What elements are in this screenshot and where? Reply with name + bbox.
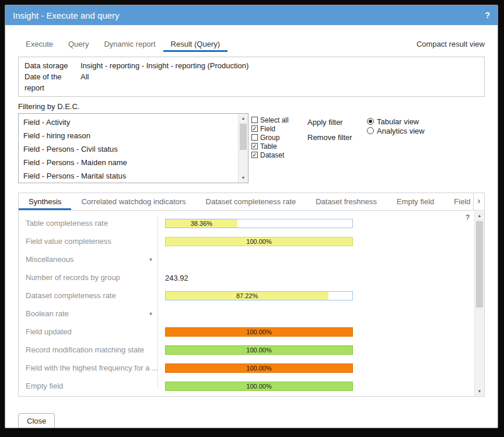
apply-filter-button[interactable]: Apply filter	[307, 118, 360, 127]
result-tab-synthesis[interactable]: Synthesis	[19, 193, 71, 210]
chevron-down-icon[interactable]: ▾	[149, 256, 158, 263]
results-scrollbar-thumb[interactable]	[476, 221, 483, 307]
row-value: 243.92	[165, 272, 353, 283]
filter-title: Filtering by D.E.C.	[18, 102, 485, 111]
dec-list-item[interactable]: Field - Activity	[19, 116, 238, 129]
radio-analytics-view[interactable]: Analytics view	[367, 126, 425, 135]
checkbox-group[interactable]: Group	[251, 133, 298, 142]
report-info-box: Data storageInsight - reporting - Insigh…	[18, 57, 485, 97]
main-tabbar: ExecuteQueryDynamic reportResult (Query)…	[5, 38, 498, 52]
listbox-scrollbar-thumb[interactable]	[240, 124, 247, 150]
radio-label: Analytics view	[377, 127, 425, 135]
indicator-row-field-with-the-highest-frequency-for-a: Field with the highest frequency for a .…	[19, 359, 484, 377]
tab-query[interactable]: Query	[61, 40, 96, 52]
results-panel: SynthesisCorrelated watchdog indicatorsD…	[18, 193, 485, 397]
close-button[interactable]: Close	[18, 413, 55, 428]
indicator-bar-value: 100.00%	[166, 382, 352, 390]
indicator-row-field-updated: Field updated100.00%	[19, 323, 484, 341]
row-value: 100.00%	[165, 237, 353, 246]
results-scrollbar[interactable]: ▲ ▼	[474, 211, 484, 396]
listbox-scrollbar[interactable]: ▲ ▼	[238, 114, 248, 183]
report-info-row: Data storageInsight - reporting - Insigh…	[24, 60, 478, 71]
row-label: Boolean rate▾	[19, 309, 158, 318]
dialog-title: Insight - Execute and query	[13, 11, 485, 20]
indicator-bar: 38.36%	[165, 219, 353, 228]
view-mode-radio-group: Tabular viewAnalytics view	[367, 113, 425, 135]
indicator-bar: 100.00%	[165, 327, 353, 337]
indicator-rows: Table completeness rate38.36%Field value…	[19, 211, 484, 395]
main-tabs: ExecuteQueryDynamic reportResult (Query)	[18, 40, 228, 52]
indicator-row-field-value-completeness: Field value completeness100.00%	[19, 232, 484, 250]
radio-tabular-view[interactable]: Tabular view	[367, 117, 425, 126]
dec-list-item[interactable]: Field - Persons - Maiden name	[19, 156, 238, 169]
indicator-row-dataset-completeness-rate: Dataset completeness rate87.22%	[19, 286, 484, 305]
tab-scroll-right-icon[interactable]: ›	[473, 193, 484, 210]
row-value: 100.00%	[165, 327, 353, 337]
result-tab-empty-field[interactable]: Empty field	[387, 193, 444, 210]
report-info-row: Date of the reportAll	[24, 71, 478, 93]
info-label: Date of the report	[24, 71, 80, 93]
row-label: Miscellaneous▾	[19, 255, 158, 264]
indicator-bar: 100.00%	[165, 382, 353, 391]
checkbox-icon	[251, 117, 258, 123]
result-tab-dataset-freshness[interactable]: Dataset freshness	[306, 193, 387, 210]
dialog-footer: Close	[18, 413, 485, 428]
checkbox-select-all[interactable]: Select all	[251, 116, 298, 124]
row-value: 100.00%	[165, 345, 353, 355]
indicator-bar: 100.00%	[165, 345, 353, 355]
indicator-row-empty-field: Empty field100.00%	[19, 377, 484, 395]
dec-list-item[interactable]: Field - hiring reason	[19, 129, 238, 142]
checkbox-table[interactable]: ✓Table	[251, 142, 298, 151]
screen-frame: Insight - Execute and query ? ExecuteQue…	[0, 0, 504, 437]
row-label: Field updated	[19, 327, 158, 336]
help-icon[interactable]: ?	[485, 11, 490, 20]
indicator-row-table-completeness-rate: Table completeness rate38.36%	[19, 214, 484, 232]
result-tabs: SynthesisCorrelated watchdog indicatorsD…	[19, 193, 473, 210]
scroll-up-icon[interactable]: ▲	[239, 114, 248, 123]
results-scroll-up-icon[interactable]: ▲	[475, 211, 484, 221]
dec-filter-listbox[interactable]: Field - ActivityField - hiring reasonFie…	[18, 113, 249, 183]
indicator-bar-value: 100.00%	[166, 237, 352, 246]
indicator-bar-value: 87.22%	[166, 292, 328, 300]
dec-filter-list: Field - ActivityField - hiring reasonFie…	[19, 114, 238, 183]
info-value: All	[80, 71, 89, 93]
scroll-down-icon[interactable]: ▼	[239, 173, 248, 183]
tab-execute[interactable]: Execute	[18, 40, 61, 52]
indicator-bar-value: 100.00%	[166, 364, 352, 372]
result-tab-field-compliance-ap[interactable]: Field compliance ap	[444, 193, 473, 210]
checkbox-icon: ✓	[251, 125, 258, 132]
insight-execute-query-dialog: Insight - Execute and query ? ExecuteQue…	[5, 5, 498, 428]
row-text-value: 243.92	[165, 274, 188, 282]
filter-section: Field - ActivityField - hiring reasonFie…	[18, 113, 485, 183]
dec-list-item[interactable]: Field - Persons - Civil status	[19, 142, 238, 156]
dec-list-item[interactable]: Field - Persons - Marital status	[19, 169, 238, 183]
tab-result-query[interactable]: Result (Query)	[163, 40, 228, 52]
result-tabbar: SynthesisCorrelated watchdog indicatorsD…	[19, 193, 484, 211]
checkbox-label: Group	[260, 134, 279, 142]
label-value-divider	[158, 217, 158, 389]
radio-icon	[367, 118, 374, 125]
results-scroll-down-icon[interactable]: ▼	[475, 387, 484, 396]
content-help-icon[interactable]: ?	[466, 214, 470, 222]
row-label: Field value completeness	[19, 237, 158, 246]
indicator-bar-value: 38.36%	[166, 219, 237, 228]
row-label: Dataset completeness rate	[19, 291, 158, 300]
radio-icon	[367, 127, 374, 134]
checkbox-dataset[interactable]: ✓Dataset	[251, 151, 298, 159]
row-label: Field with the highest frequency for a .…	[19, 363, 158, 372]
chevron-down-icon[interactable]: ▾	[149, 310, 158, 317]
checkbox-label: Dataset	[260, 151, 284, 159]
indicator-bar: 87.22%	[165, 291, 353, 300]
compact-result-view-link[interactable]: Compact result view	[416, 40, 485, 52]
info-label: Data storage	[24, 60, 80, 71]
checkbox-field[interactable]: ✓Field	[251, 124, 298, 133]
result-tab-dataset-completeness-rate[interactable]: Dataset completeness rate	[196, 193, 306, 210]
remove-filter-button[interactable]: Remove filter	[307, 133, 360, 142]
row-label: Number of records by group	[19, 273, 158, 282]
checkbox-label: Select all	[260, 116, 289, 124]
result-tab-correlated-watchdog-indicators[interactable]: Correlated watchdog indicators	[71, 193, 195, 210]
tab-dynamic-report[interactable]: Dynamic report	[96, 40, 163, 52]
checkbox-label: Table	[260, 142, 277, 151]
row-value: 87.22%	[165, 291, 353, 300]
row-value: 38.36%	[165, 219, 353, 228]
